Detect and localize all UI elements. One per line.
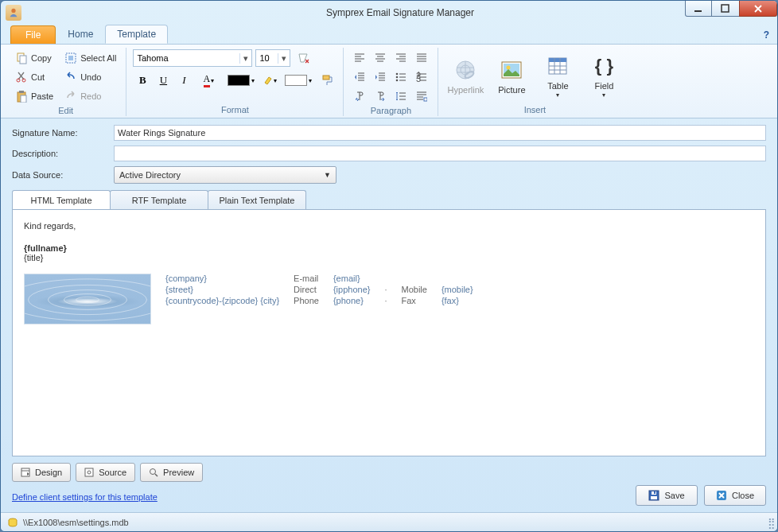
undo-icon <box>64 71 77 83</box>
file-tab[interactable]: File <box>10 25 56 44</box>
svg-point-13 <box>396 73 399 76</box>
redo-icon <box>64 90 77 103</box>
doc-tabs: HTML Template RTF Template Plain Text Te… <box>12 190 766 209</box>
desc-label: Description: <box>12 149 107 158</box>
svg-rect-12 <box>323 76 329 80</box>
svg-rect-9 <box>21 95 26 103</box>
svg-rect-34 <box>654 491 655 494</box>
selectall-icon <box>64 52 77 64</box>
resize-grip[interactable]: ⣿ <box>768 517 774 529</box>
backcolor-button[interactable]: ▾ <box>224 72 259 89</box>
cut-icon <box>15 71 28 83</box>
outdent-button[interactable] <box>350 68 369 86</box>
rtf-template-tab[interactable]: RTF Template <box>110 190 208 209</box>
clearformat-button[interactable] <box>294 49 313 67</box>
title-field: {title} <box>24 253 754 262</box>
fontcolor-button[interactable]: A▾ <box>195 72 222 89</box>
fullname-field: {fullname} <box>24 243 754 253</box>
datasource-label: Data Source: <box>12 170 107 180</box>
template-tab[interactable]: Template <box>105 25 168 44</box>
paste-button[interactable]: Paste <box>12 87 56 105</box>
hyperlink-button[interactable]: Hyperlink <box>445 49 486 102</box>
undo-button[interactable]: Undo <box>61 68 119 86</box>
source-mode-button[interactable]: Source <box>76 463 135 482</box>
form-area: Signature Name: Water Rings Signature De… <box>1 118 777 188</box>
regards-text: Kind regards, <box>24 221 754 231</box>
paragraph-dialog-button[interactable] <box>412 87 431 105</box>
fillcolor-button[interactable]: ▾ <box>281 72 316 89</box>
ltr-button[interactable] <box>350 87 369 105</box>
svg-point-0 <box>11 9 15 13</box>
table-button[interactable]: Table▾ <box>537 49 578 102</box>
html-template-tab[interactable]: HTML Template <box>12 190 111 209</box>
align-left-button[interactable] <box>350 49 369 67</box>
field-button[interactable]: { } Field▾ <box>583 49 624 102</box>
client-settings-link[interactable]: Define client settings for this template <box>12 492 158 502</box>
svg-rect-26 <box>549 58 566 62</box>
help-icon[interactable]: ? <box>764 29 769 41</box>
table-icon <box>545 53 570 79</box>
close-button[interactable]: Close <box>704 485 766 506</box>
design-bar: Design Source Preview <box>12 463 766 482</box>
editor[interactable]: Kind regards, {fullname} {title} {compan… <box>13 210 765 456</box>
svg-point-15 <box>396 80 399 82</box>
size-combo[interactable]: 10▾ <box>255 49 290 67</box>
svg-point-14 <box>396 76 399 79</box>
numbering-button[interactable]: 123 <box>412 68 431 86</box>
formatpainter-button[interactable] <box>317 72 336 89</box>
align-right-button[interactable] <box>391 49 410 67</box>
ribbon: Copy Cut Paste Select All Undo Redo Edit… <box>1 44 777 118</box>
status-path: \\Ex1008\esm\settings.mdb <box>23 518 129 527</box>
hyperlink-icon <box>453 57 478 83</box>
picture-button[interactable]: Picture <box>491 49 532 102</box>
svg-point-30 <box>150 469 156 475</box>
plain-template-tab[interactable]: Plain Text Template <box>208 190 306 209</box>
paste-icon <box>15 90 28 103</box>
highlight-button[interactable]: ▾ <box>260 72 279 89</box>
cut-button[interactable]: Cut <box>12 68 56 86</box>
statusbar: \\Ex1008\esm\settings.mdb ⣿ <box>1 512 777 531</box>
copy-button[interactable]: Copy <box>12 49 56 67</box>
svg-rect-11 <box>68 56 73 60</box>
close-window-button[interactable] <box>739 1 777 17</box>
save-button[interactable]: Save <box>636 485 698 506</box>
svg-rect-19 <box>424 98 427 101</box>
svg-rect-32 <box>651 496 657 499</box>
align-center-button[interactable] <box>371 49 390 67</box>
indent-button[interactable] <box>371 68 390 86</box>
datasource-dropdown[interactable]: Active Directory▼ <box>114 166 336 184</box>
editor-container: Kind regards, {fullname} {title} {compan… <box>12 209 766 456</box>
bold-button[interactable]: B <box>133 72 152 89</box>
window-title: Symprex Email Signature Manager <box>26 7 774 18</box>
design-mode-button[interactable]: Design <box>12 463 71 482</box>
app-window: Symprex Email Signature Manager File Hom… <box>0 0 778 532</box>
rtl-button[interactable] <box>371 87 390 105</box>
copy-icon <box>15 52 28 64</box>
linespacing-button[interactable] <box>391 87 410 105</box>
preview-mode-button[interactable]: Preview <box>140 463 203 482</box>
ribbon-tabbar: File Home Template ? <box>1 25 777 44</box>
signature-image <box>24 274 151 324</box>
bullets-button[interactable] <box>391 68 410 86</box>
font-combo[interactable]: Tahoma▾ <box>133 49 252 67</box>
redo-button[interactable]: Redo <box>61 87 119 105</box>
app-icon <box>6 5 21 21</box>
desc-input[interactable] <box>114 146 766 161</box>
selectall-button[interactable]: Select All <box>61 49 119 67</box>
svg-rect-1 <box>694 10 702 12</box>
group-format: Tahoma▾ 10▾ B U I A▾ ▾ ▾ ▾ Format <box>126 48 344 116</box>
street-field: {street} <box>165 285 279 294</box>
align-justify-button[interactable] <box>412 49 431 67</box>
signame-input[interactable]: Water Rings Signature <box>114 125 766 141</box>
field-icon: { } <box>591 53 617 79</box>
underline-button[interactable]: U <box>154 72 173 89</box>
signame-label: Signature Name: <box>12 128 107 138</box>
maximize-button[interactable] <box>712 1 739 17</box>
minimize-button[interactable] <box>685 1 712 17</box>
group-edit: Copy Cut Paste Select All Undo Redo Edit <box>6 48 126 116</box>
home-tab[interactable]: Home <box>56 25 105 44</box>
db-icon <box>7 517 18 528</box>
italic-button[interactable]: I <box>174 72 193 89</box>
svg-rect-27 <box>21 468 29 476</box>
svg-rect-28 <box>85 468 93 476</box>
